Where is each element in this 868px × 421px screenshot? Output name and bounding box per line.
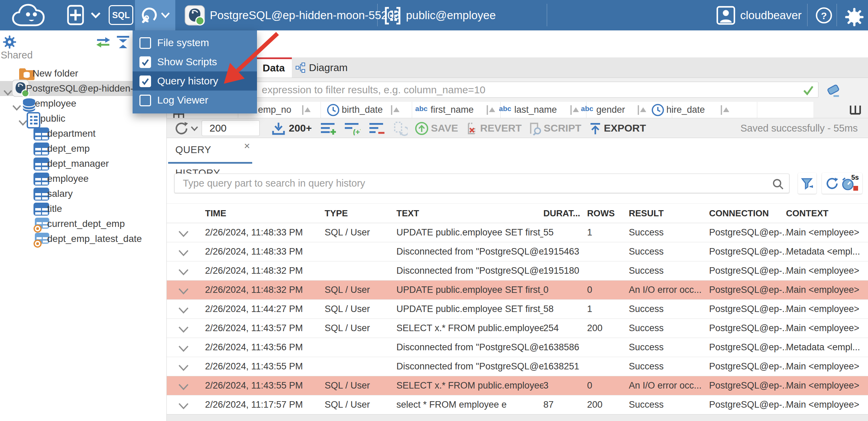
history-footer-strip: [166, 414, 868, 421]
save-button[interactable]: SAVE: [431, 118, 458, 138]
collapse-all-icon[interactable]: [116, 35, 131, 49]
history-row[interactable]: 2/26/2024, 11:48:32 PMDisconnected from …: [166, 261, 868, 281]
tree-item-dept-emp[interactable]: dept_emp: [0, 141, 166, 156]
row-expander-icon[interactable]: [174, 261, 205, 280]
fetch-page-icon[interactable]: [271, 121, 286, 136]
refresh-icon[interactable]: [174, 121, 189, 136]
history-refresh-icon[interactable]: [825, 177, 839, 190]
row-expander-icon[interactable]: [174, 281, 205, 299]
history-column-header-result[interactable]: RESULT: [629, 204, 709, 223]
menu-item-log-viewer[interactable]: Log Viewer: [133, 91, 257, 110]
history-column-header-text[interactable]: TEXT: [396, 204, 543, 223]
history-row[interactable]: 2/26/2024, 11:48:33 PMDisconnected from …: [166, 242, 868, 261]
stop-timer-icon[interactable]: [853, 186, 858, 191]
history-row[interactable]: 2/26/2024, 11:48:32 PMSQL / UserUPDATE p…: [166, 281, 868, 300]
menu-item-file-system[interactable]: File system: [133, 33, 257, 52]
column-name-label: birth_date: [342, 102, 383, 118]
sort-indicator-icon[interactable]: [390, 104, 400, 116]
history-cell-duration: 55: [543, 223, 587, 242]
script-button[interactable]: SCRIPT: [544, 118, 581, 138]
history-row[interactable]: 2/26/2024, 11:43:55 PMSQL / UserSELECT x…: [166, 376, 868, 395]
history-row[interactable]: 2/26/2024, 11:43:56 PMDisconnected from …: [166, 338, 868, 357]
history-cell-duration: 87: [543, 395, 587, 414]
history-cell-context: Main <employee>: [786, 261, 868, 280]
tree-item-label: dept_manager: [47, 156, 109, 171]
fetch-size-label[interactable]: 200+: [289, 118, 312, 138]
tree-item-dept-emp-latest-date[interactable]: dept_emp_latest_date: [0, 231, 166, 246]
menu-item-show-scripts[interactable]: Show Scripts: [133, 52, 257, 71]
export-button[interactable]: EXPORT: [604, 118, 646, 138]
sort-indicator-icon[interactable]: [301, 104, 311, 116]
sort-indicator-icon[interactable]: [569, 104, 579, 116]
sort-indicator-icon[interactable]: [485, 104, 496, 116]
help-button[interactable]: ?: [815, 7, 832, 24]
history-column-header-durat[interactable]: DURAT...: [543, 204, 587, 223]
sort-indicator-icon[interactable]: [719, 104, 730, 116]
tree-item-department[interactable]: department: [0, 126, 166, 141]
history-row[interactable]: 2/26/2024, 11:43:57 PMSQL / UserSELECT x…: [166, 319, 868, 338]
tab-query-history[interactable]: QUERY HISTORY ×: [168, 138, 252, 164]
checkbox-checked-icon[interactable]: [139, 56, 151, 68]
history-cell-text: Disconnected from "PostgreSQL@e...: [396, 357, 543, 376]
new-object-button[interactable]: [67, 5, 102, 25]
delete-row-icon[interactable]: [369, 122, 385, 135]
tab-data[interactable]: Data: [256, 57, 292, 78]
history-row[interactable]: 2/26/2024, 11:44:27 PMSQL / UserUPDATE p…: [166, 300, 868, 319]
tree-item-current-dept-emp[interactable]: current_dept_emp: [0, 216, 166, 231]
history-column-header-context[interactable]: CONTEXT: [786, 204, 868, 223]
refresh-chevron-icon[interactable]: [190, 126, 199, 131]
revert-icon[interactable]: [464, 121, 479, 136]
history-row[interactable]: 2/26/2024, 11:17:57 PMSQL / Userselect *…: [166, 395, 868, 415]
header-divider: [807, 4, 808, 26]
tree-item-employee[interactable]: employee: [0, 171, 166, 186]
tree-item-dept-manager[interactable]: dept_manager: [0, 156, 166, 171]
menu-item-query-history[interactable]: Query history: [133, 71, 257, 91]
clear-filter-eraser-icon[interactable]: [826, 83, 841, 98]
sql-editor-button[interactable]: SQL: [109, 5, 133, 25]
history-column-header-type[interactable]: TYPE: [325, 204, 396, 223]
row-expander-icon[interactable]: [174, 223, 205, 242]
history-column-header-rows[interactable]: ROWS: [587, 204, 629, 223]
tab-diagram[interactable]: Diagram: [292, 57, 352, 78]
sort-indicator-icon[interactable]: [636, 104, 647, 116]
row-limit-input[interactable]: [202, 121, 259, 136]
add-row-icon[interactable]: [320, 122, 337, 135]
filter-input[interactable]: [171, 82, 818, 97]
close-tab-icon[interactable]: ×: [244, 141, 250, 151]
row-expander-icon[interactable]: [174, 395, 205, 414]
checkbox-unchecked-icon[interactable]: [139, 95, 151, 106]
history-row[interactable]: 2/26/2024, 11:43:55 PMDisconnected from …: [166, 357, 868, 376]
checkbox-checked-icon[interactable]: [139, 76, 151, 87]
tree-item-title[interactable]: title: [0, 201, 166, 216]
history-row[interactable]: 2/26/2024, 11:48:33 PMSQL / UserUPDATE p…: [166, 223, 868, 242]
row-expander-icon[interactable]: [174, 242, 205, 261]
result-grid-header: #123emp_nobirth_dateabcfirst_nameabclast…: [166, 102, 813, 118]
save-icon[interactable]: [415, 121, 429, 136]
history-search-input[interactable]: [175, 174, 789, 193]
auto-refresh-icon[interactable]: [393, 121, 408, 136]
row-expander-icon[interactable]: [174, 338, 205, 357]
checkbox-unchecked-icon[interactable]: [139, 37, 151, 49]
tree-item-salary[interactable]: salary: [0, 186, 166, 201]
apply-filter-check-icon[interactable]: [802, 85, 814, 96]
sidebar-settings-gear-icon[interactable]: [3, 35, 16, 49]
grid-panels-icon[interactable]: [849, 104, 862, 117]
sync-connection-icon[interactable]: [95, 35, 111, 49]
export-icon[interactable]: [588, 121, 602, 136]
history-column-header-connection[interactable]: CONNECTION: [709, 204, 786, 223]
row-expander-icon[interactable]: [174, 319, 205, 338]
script-icon[interactable]: [528, 121, 542, 136]
history-cell-rows: 200: [587, 395, 629, 414]
revert-button[interactable]: REVERT: [480, 118, 522, 138]
duplicate-row-icon[interactable]: (+): [344, 122, 361, 135]
history-column-header-time[interactable]: TIME: [205, 204, 325, 223]
history-filter-button[interactable]: [798, 173, 816, 194]
history-cell-text: UPDATE public.employee SET first_...: [396, 300, 543, 318]
row-expander-icon[interactable]: [174, 300, 205, 318]
tools-menu-button[interactable]: [135, 0, 175, 30]
settings-button[interactable]: [843, 5, 866, 29]
connection-label: PostgreSQL@ep-hidden-moon-55203: [210, 0, 400, 30]
row-expander-icon[interactable]: [174, 357, 205, 376]
row-expander-icon[interactable]: [174, 376, 205, 395]
history-cell-result: An I/O error occ...: [629, 376, 709, 395]
